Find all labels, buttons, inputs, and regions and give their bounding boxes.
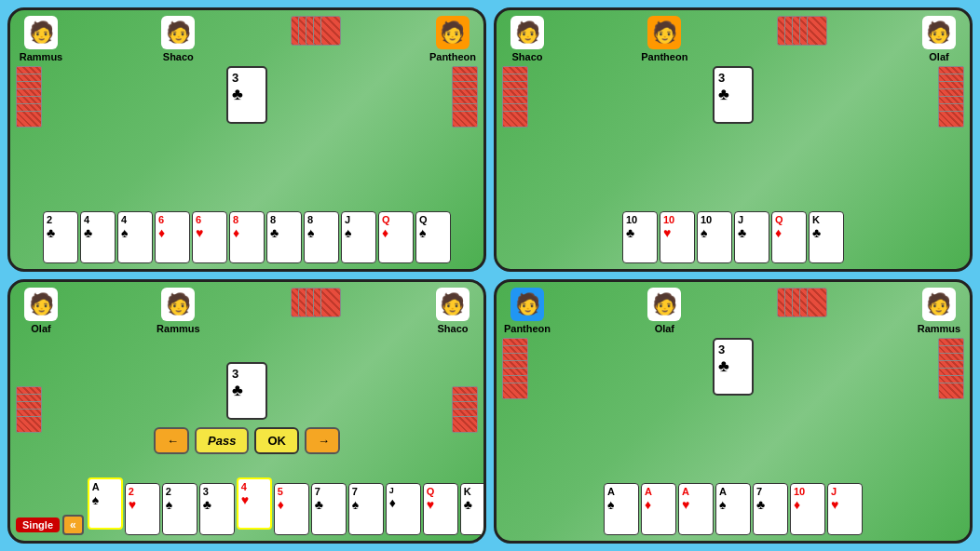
- top-deck-tl: [291, 16, 341, 46]
- hand-card[interactable]: 4♠: [117, 211, 153, 263]
- hand-cards-br: A♠ A♦ A♥ A♠ 7♣ 10♦ J♥: [502, 483, 964, 535]
- hand-card[interactable]: J♣: [734, 211, 769, 263]
- player-name-rammus-tl: Rammus: [20, 51, 62, 62]
- right-deck-tl: [452, 66, 478, 128]
- back-button[interactable]: «: [62, 515, 84, 535]
- center-card-suit: ♣: [718, 356, 729, 376]
- hand-card[interactable]: 10♦: [790, 483, 825, 535]
- left-deck-br: [502, 338, 528, 399]
- hand-card[interactable]: J♥: [827, 483, 863, 535]
- center-card-num: 3: [232, 367, 238, 381]
- hand-card[interactable]: 8♦: [229, 211, 265, 263]
- right-deck-br: [938, 338, 964, 399]
- right-deck-bl: [452, 386, 478, 433]
- single-badge: Single: [16, 517, 60, 532]
- hand-card[interactable]: Q♦: [378, 211, 414, 263]
- hand-card[interactable]: A♠: [715, 483, 751, 535]
- hand-card[interactable]: K♣: [809, 211, 844, 263]
- center-card-area-bl: 3 ♣: [226, 362, 267, 420]
- player-name-olaf-bl: Olaf: [31, 323, 50, 334]
- center-card-area-tl: 3 ♣: [226, 66, 267, 124]
- hand-cards-tl: 2♣ 4♣ 4♠ 6♦ 6♥ 8♦ 8♣ 8♠ J♠ Q♦ Q♠: [16, 211, 478, 263]
- left-deck-bl: [16, 386, 42, 433]
- hand-card[interactable]: A♥: [678, 483, 714, 535]
- right-arrow-button[interactable]: →: [305, 427, 340, 454]
- hand-card[interactable]: 6♥: [192, 211, 227, 263]
- player-name-pantheon-tl: Pantheon: [429, 51, 476, 62]
- left-deck-tr: [502, 66, 528, 128]
- player-rammus-tl: 🧑 Rammus: [16, 16, 66, 62]
- pass-button[interactable]: Pass: [195, 427, 249, 454]
- hand-card[interactable]: 10♠: [697, 211, 732, 263]
- side-card: [16, 416, 42, 433]
- avatar-olaf-br: 🧑: [647, 288, 681, 321]
- hand-card[interactable]: 4♣: [80, 211, 116, 263]
- hand-card[interactable]: A♦: [641, 483, 676, 535]
- left-arrow-button[interactable]: ←: [154, 427, 189, 454]
- side-card: [16, 111, 42, 128]
- avatar-rammus-bl: 🧑: [161, 288, 195, 321]
- player-pantheon-br: 🧑 Pantheon: [502, 288, 552, 334]
- hand-cards-tr: 10♣ 10♥ 10♠ J♣ Q♦ K♣: [502, 211, 964, 263]
- hand-card[interactable]: Q♥: [423, 483, 458, 535]
- center-card-num: 3: [718, 71, 725, 85]
- deck-card: [807, 288, 827, 317]
- player-olaf-br: 🧑 Olaf: [639, 288, 689, 334]
- panel-bottom-left: 🧑 Olaf 🧑 Rammus 🧑 Shaco: [7, 279, 486, 544]
- right-deck-tr: [938, 66, 964, 128]
- player-olaf-bl: 🧑 Olaf: [16, 288, 66, 334]
- panel-top-right: 🧑 Shaco 🧑 Pantheon 🧑 Olaf: [494, 7, 973, 272]
- hand-card[interactable]: Q♦: [771, 211, 807, 263]
- hand-card[interactable]: 2♣: [43, 211, 78, 263]
- hand-card[interactable]: 2♥: [125, 483, 160, 535]
- hand-card[interactable]: 10♥: [660, 211, 695, 263]
- hand-card[interactable]: 6♦: [155, 211, 190, 263]
- center-card-num: 3: [232, 71, 238, 85]
- player-name-pantheon-br: Pantheon: [504, 323, 551, 334]
- player-rammus-br: 🧑 Rammus: [914, 288, 964, 334]
- hand-card[interactable]: 7♣: [311, 483, 347, 535]
- top-deck-tr: [777, 16, 827, 46]
- avatar-shaco-tr: 🧑: [510, 16, 544, 49]
- hand-card[interactable]: 2♠: [162, 483, 197, 535]
- player-olaf-tr: 🧑 Olaf: [914, 16, 964, 62]
- top-deck-br: [777, 288, 827, 317]
- hand-card[interactable]: 3♣: [199, 483, 235, 535]
- side-card: [502, 111, 528, 128]
- player-pantheon-tl: 🧑 Pantheon: [428, 16, 478, 62]
- hand-card[interactable]: 7♣: [753, 483, 788, 535]
- deck-card: [320, 288, 341, 317]
- center-card-tr: 3 ♣: [713, 66, 754, 124]
- hand-card[interactable]: 4♥: [237, 477, 272, 530]
- hand-card[interactable]: 7♠: [348, 483, 384, 535]
- player-name-shaco-bl: Shaco: [437, 323, 468, 334]
- deck-card: [320, 16, 341, 46]
- ok-button[interactable]: OK: [254, 427, 299, 454]
- avatar-pantheon-br: 🧑: [510, 288, 544, 321]
- center-card-suit: ♣: [718, 85, 729, 104]
- hand-card[interactable]: 8♠: [304, 211, 339, 263]
- hand-card[interactable]: A♠: [604, 483, 639, 535]
- hand-card[interactable]: 5♦: [274, 483, 309, 535]
- hand-card[interactable]: J♦: [386, 483, 421, 535]
- hand-card[interactable]: Q♠: [415, 211, 451, 263]
- player-name-shaco-tr: Shaco: [511, 51, 542, 62]
- side-card: [502, 383, 528, 399]
- hand-card[interactable]: J♠: [341, 211, 376, 263]
- center-card-area-tr: 3 ♣: [713, 66, 754, 124]
- hand-card[interactable]: K♣: [460, 483, 486, 535]
- avatar-shaco-tl: 🧑: [161, 16, 195, 49]
- hand-card[interactable]: 8♣: [266, 211, 302, 263]
- side-card: [938, 111, 964, 128]
- player-name-shaco-tl: Shaco: [163, 51, 194, 62]
- player-shaco-tl: 🧑 Shaco: [153, 16, 203, 62]
- center-card-suit: ♣: [232, 85, 243, 104]
- center-card-area-br: 3 ♣: [713, 338, 754, 396]
- avatar-rammus-tl: 🧑: [24, 16, 58, 49]
- hand-card[interactable]: 10♣: [622, 211, 658, 263]
- hand-card[interactable]: A♠: [88, 477, 123, 530]
- avatar-rammus-br: 🧑: [922, 288, 956, 321]
- top-deck-bl: [291, 288, 341, 317]
- avatar-pantheon-tl: 🧑: [436, 16, 470, 49]
- player-name-olaf-br: Olaf: [655, 323, 674, 334]
